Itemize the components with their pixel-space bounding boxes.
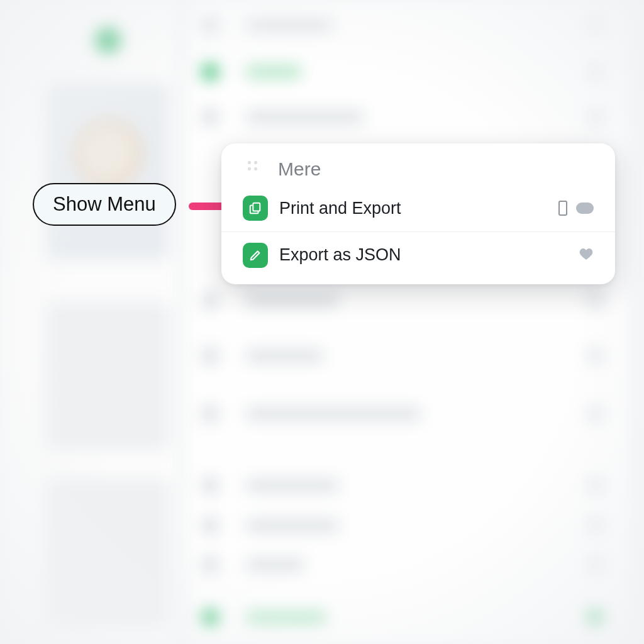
blurred-background <box>0 0 644 644</box>
